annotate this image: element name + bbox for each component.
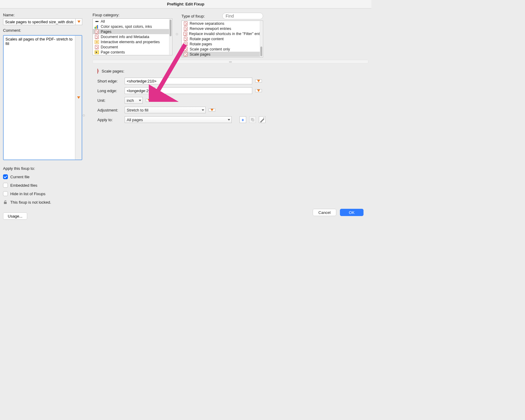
unit-value: inch [127, 98, 134, 103]
arrow-icon [95, 50, 99, 54]
fixup-category-list[interactable]: •••AllColor spaces, spot colors, inksPag… [93, 18, 172, 55]
pane-resize-handle[interactable] [82, 11, 85, 220]
long-edge-input[interactable] [125, 87, 252, 94]
ok-button[interactable]: OK [340, 209, 364, 216]
list-item[interactable]: Replace invalid shortcuts in the "Filter… [182, 31, 260, 36]
comment-label: Comment: [3, 28, 82, 33]
pdf-icon [95, 45, 99, 49]
checkbox-embedded-files[interactable]: Embedded files [3, 183, 82, 188]
pdf-icon [184, 27, 188, 31]
chevron-down-icon [139, 100, 141, 101]
checkbox-current-file[interactable]: Current file [3, 174, 82, 179]
unit-select[interactable]: inch [125, 97, 143, 104]
apply-to-select[interactable]: All pages [125, 116, 232, 123]
list-item[interactable]: Document info and Metadata [93, 34, 169, 39]
comment-dropdown-button[interactable] [75, 36, 82, 160]
list-item-label: Color spaces, spot colors, inks [101, 24, 152, 29]
colors-icon [95, 24, 99, 29]
long-edge-label: Long edge: [97, 89, 122, 93]
list-item[interactable]: Pages [93, 29, 169, 34]
adjustment-select[interactable]: Stretch to fill [125, 107, 206, 113]
checkbox-icon [3, 183, 8, 188]
name-input[interactable] [3, 18, 76, 25]
list-item-label: All [101, 19, 105, 24]
lock-status-text: This fixup is not locked. [10, 200, 51, 205]
unlock-icon [3, 200, 8, 205]
list-item-label: Scale page content only [190, 47, 230, 51]
chevron-down-icon [77, 96, 80, 99]
list-resize-handle[interactable] [175, 11, 178, 57]
name-label: Name: [3, 13, 82, 17]
pdf-icon [97, 69, 98, 73]
wand-icon [259, 117, 265, 123]
list-item-label: Interactive elements and properties [101, 40, 160, 44]
unit-label: Unit: [97, 98, 122, 103]
list-item-label: Remove viewport entries [190, 27, 231, 31]
checkbox-icon [3, 191, 8, 196]
pdf-icon [184, 42, 188, 46]
chevron-down-icon [257, 89, 260, 92]
checkbox-label: Current file [10, 175, 30, 179]
pdf-icon [184, 21, 188, 26]
scrollbar[interactable] [260, 21, 262, 57]
list-item[interactable]: Page contents [93, 50, 169, 55]
usage-button[interactable]: Usage... [3, 212, 27, 220]
checkbox-label: Hide in list of Fixups [10, 192, 45, 196]
list-item[interactable]: Interactive elements and properties [93, 39, 169, 44]
divider-handle[interactable] [93, 60, 368, 63]
chevron-down-icon [148, 99, 151, 102]
checkbox-hide-in-list[interactable]: Hide in list of Fixups [3, 191, 82, 196]
list-item[interactable]: Rotate pages [182, 41, 260, 47]
scrollbar[interactable] [169, 19, 172, 55]
short-edge-input[interactable] [125, 78, 252, 84]
fixup-category-label: Fixup category: [93, 13, 119, 17]
adjustment-dropdown[interactable] [209, 108, 215, 111]
svg-point-3 [263, 118, 264, 118]
list-item-label: Pages [101, 30, 111, 34]
unit-dropdown[interactable] [146, 99, 152, 102]
pdf-icon [184, 52, 188, 57]
add-button[interactable]: + [240, 116, 246, 123]
short-edge-label: Short edge: [97, 79, 122, 83]
adjustment-label: Adjustment: [97, 108, 122, 112]
chevron-down-icon [77, 21, 80, 23]
list-item[interactable]: Document [93, 44, 169, 50]
list-item[interactable]: Scale page content only [182, 47, 260, 52]
list-item[interactable]: Rotate page content [182, 36, 260, 41]
pdf-icon [184, 47, 188, 51]
list-item[interactable]: •••All [93, 19, 169, 24]
list-item[interactable]: Remove viewport entries [182, 26, 260, 31]
checkbox-label: Embedded files [10, 183, 38, 188]
layers-button[interactable] [249, 116, 256, 123]
type-of-fixup-list[interactable]: Remove separationsRemove viewport entrie… [181, 21, 263, 57]
chevron-down-icon [202, 109, 204, 111]
comment-textarea[interactable]: Scales all pages of the PDF- stretch to … [4, 36, 75, 160]
list-item-label: Scale pages [190, 52, 210, 57]
pdf-icon [184, 32, 187, 36]
list-item-label: Replace invalid shortcuts in the "Filter… [189, 32, 260, 36]
layers-icon [250, 118, 255, 122]
cancel-button[interactable]: Cancel [313, 209, 336, 216]
pdf-icon [184, 37, 188, 41]
apply-to-label: Apply this fixup to: [3, 166, 82, 171]
lines-icon [95, 40, 99, 44]
short-edge-dropdown[interactable] [255, 79, 262, 82]
pdf-icon [95, 30, 99, 34]
pdf-icon [95, 35, 99, 39]
name-dropdown-button[interactable] [76, 18, 82, 25]
list-item-label: Rotate page content [190, 37, 224, 41]
find-input[interactable] [222, 13, 263, 19]
list-item-label: Rotate pages [190, 42, 212, 46]
apply-to-value: All pages [127, 118, 143, 122]
long-edge-dropdown[interactable] [255, 89, 262, 92]
svg-rect-2 [252, 119, 254, 121]
apply-to-label: Apply to: [97, 118, 122, 122]
wand-button[interactable] [259, 116, 266, 123]
list-item[interactable]: Remove separations [182, 21, 260, 26]
list-item[interactable]: Color spaces, spot colors, inks [93, 24, 169, 29]
section-title: Scale pages: [102, 69, 124, 73]
list-item[interactable]: Scale pages [182, 52, 260, 57]
list-item-label: Document [101, 45, 118, 49]
adjustment-value: Stretch to fill [127, 108, 148, 112]
list-item-label: Document info and Metadata [101, 35, 149, 39]
